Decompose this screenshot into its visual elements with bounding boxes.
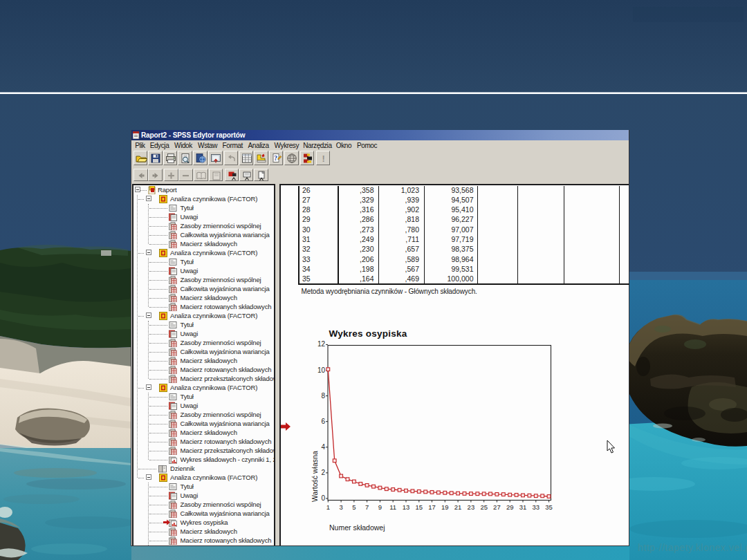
svg-text:?: ? bbox=[274, 155, 277, 162]
svg-text:!: ! bbox=[322, 153, 324, 164]
svg-text:http·//tapety.klonex.vel.pl: http·//tapety.klonex.vel.pl bbox=[638, 542, 747, 553]
